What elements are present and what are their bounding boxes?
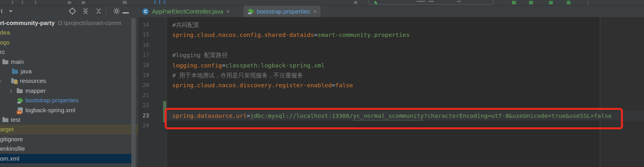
line-number[interactable]: 18 [138, 60, 149, 70]
tree-item-label: main [11, 57, 24, 67]
tree-item-resources[interactable]: resources [0, 76, 138, 86]
profiler-icon-cropped[interactable] [567, 1, 570, 4]
main-toolbar-cropped [0, 0, 644, 6]
editor-pane[interactable]: 1415161718192021222324 #共同配置spring.cloud… [138, 17, 644, 167]
code-segment: #logging 配置路径 [172, 52, 228, 58]
cropped-blue-mark [154, 0, 156, 4]
hide-panel-icon[interactable] [123, 7, 130, 15]
line-numbers: 1415161718192021222324 [138, 20, 149, 131]
code-line-21 [172, 90, 612, 100]
tree-item-om.xml[interactable]: om.xml [0, 154, 133, 163]
code-line-14: #共同配置 [172, 20, 612, 30]
tab-bootstrap-properties[interactable]: bootstrap.properties× [243, 6, 321, 17]
dropdown-caret-icon [9, 10, 13, 12]
cropped-toolbar-icon[interactable] [68, 1, 71, 4]
code-segment: ?characterEncoding=utf-8&useUnicode=true… [424, 112, 612, 119]
tree-item-main[interactable]: main [0, 57, 138, 67]
code-line-19: # 用于本地测试，作用是只发现服务，不注册服务 [172, 70, 612, 80]
line-number[interactable]: 14 [138, 20, 149, 30]
tree-item-label: ogs [0, 38, 10, 47]
code-line-18: logging.config=classpath:logback-spring.… [172, 60, 612, 70]
line-number[interactable]: 19 [138, 70, 149, 80]
tab-appparelectcontroller-java[interactable]: CAppParElectController.java× [138, 6, 243, 17]
tree-item-label: gitignore [0, 134, 23, 144]
collapse-all-icon[interactable] [95, 7, 103, 15]
code-segment: classpath:logback-spring.xml [226, 62, 325, 69]
project-panel-header: t [0, 6, 138, 18]
tree-item-ogs[interactable]: ogs [0, 38, 138, 47]
code-segment: # 用于本地测试，作用是只发现服务，不注册服务 [172, 72, 303, 79]
cropped-text-fragment [22, 1, 23, 4]
cropped-toolbar-icon[interactable] [354, 1, 357, 4]
tree-item-logback-spring.xml[interactable]: <>logback-spring.xml [0, 106, 138, 115]
folder-icon [2, 59, 9, 65]
chevron-right-icon[interactable] [8, 89, 12, 93]
debug-icon-cropped[interactable] [529, 1, 533, 4]
line-number[interactable]: 24 [138, 121, 149, 131]
line-number[interactable]: 16 [138, 40, 149, 50]
tree-item-label: mapper [25, 86, 46, 96]
code-segment: = [332, 82, 335, 88]
cropped-text-fragment [12, 1, 13, 4]
code-segment: logging.config [172, 62, 222, 69]
tree-item-arget[interactable]: arget [0, 125, 138, 134]
xml-file-icon: <> [18, 107, 24, 113]
locate-icon[interactable] [68, 7, 76, 15]
close-icon[interactable]: × [226, 8, 230, 14]
project-root-path: D:\projects\smart-comm [58, 19, 121, 26]
tree-item-rc[interactable]: rc [0, 47, 138, 57]
code-line-24 [172, 121, 612, 131]
tree-item-java[interactable]: java [0, 67, 138, 76]
run-configuration-combobox-cropped[interactable] [368, 0, 493, 5]
code-segment: false [335, 82, 353, 88]
project-panel-scrollbar[interactable] [131, 18, 136, 167]
line-number[interactable]: 23 [138, 111, 149, 121]
settings-gear-icon[interactable] [113, 7, 121, 15]
expand-all-icon[interactable] [82, 7, 89, 15]
cropped-toolbar-icon[interactable] [82, 1, 85, 4]
toolbar-separator [588, 1, 588, 5]
line-number[interactable]: 21 [138, 90, 149, 100]
editor-gutter[interactable]: 1415161718192021222324 [138, 17, 167, 167]
run-icon-cropped[interactable] [512, 1, 516, 4]
code-segment: = [247, 112, 250, 119]
line-number[interactable]: 22 [138, 100, 149, 110]
code-segment: spring.cloud.nacos.discovery.register-en… [172, 82, 332, 88]
tree-item-label: java [21, 67, 32, 76]
coverage-icon-cropped[interactable] [549, 1, 553, 4]
tree-item-label: bootstrap.properties [25, 96, 78, 105]
tree-item-project-root[interactable]: rt-community-partyD:\projects\smart-comm [0, 18, 138, 28]
cropped-blue-mark [159, 0, 160, 4]
tree-item-mapper[interactable]: mapper [0, 86, 138, 96]
tree-item-label: resources [20, 76, 46, 86]
tree-item-label: dea [0, 28, 10, 37]
code-segment: spring.datasource.url [172, 112, 247, 119]
cropped-gear-icon[interactable] [123, 1, 127, 4]
cropped-blue-mark [164, 0, 165, 4]
code-segment: smart-community.properties [317, 31, 410, 38]
cropped-text-fragment [35, 1, 36, 4]
toolbar-separator [106, 7, 106, 15]
tree-item-bootstrap.properties[interactable]: bootstrap.properties [0, 96, 138, 105]
tree-item-label: om.xml [0, 154, 19, 163]
line-number[interactable]: 20 [138, 80, 149, 90]
tree-item-label: enkinsfile [0, 144, 25, 154]
project-root-name: rt-community-party [0, 19, 55, 26]
spring-leaf-icon [248, 8, 254, 15]
line-number[interactable]: 15 [138, 30, 149, 40]
line-number[interactable]: 17 [138, 50, 149, 60]
tree-item-label: test [11, 115, 20, 125]
tree-item-gitignore[interactable]: gitignore [0, 134, 138, 144]
tree-item-test[interactable]: test [0, 115, 138, 125]
project-view-selector[interactable]: t [1, 8, 2, 14]
tree-item-enkinsfile[interactable]: enkinsfile [0, 144, 138, 154]
chevron-down-icon[interactable] [0, 79, 1, 83]
tree-item-dea[interactable]: dea [0, 28, 138, 37]
ide-window: t rt-community-partyD:\projects\sm [0, 0, 644, 167]
close-icon[interactable]: × [313, 8, 317, 14]
typo-squiggle-text: yc_normal_scommunity [353, 112, 424, 119]
tree-item-label: arget [0, 125, 14, 134]
folder-icon [2, 117, 9, 123]
code-segment: = [314, 31, 317, 38]
code-area[interactable]: #共同配置spring.cloud.nacos.config.shared-da… [172, 20, 612, 131]
